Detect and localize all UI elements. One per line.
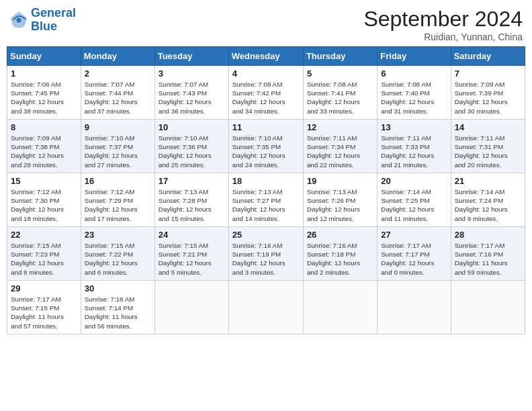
calendar-day-28: 28Sunrise: 7:17 AMSunset: 7:16 PMDayligh… [451, 227, 525, 281]
day-info: Sunrise: 7:12 AMSunset: 7:29 PMDaylight:… [85, 187, 151, 223]
day-number: 8 [11, 122, 77, 132]
calendar-day-4: 4Sunrise: 7:08 AMSunset: 7:42 PMDaylight… [228, 66, 303, 120]
day-number: 23 [85, 230, 151, 240]
day-number: 4 [232, 68, 300, 79]
day-info: Sunrise: 7:09 AMSunset: 7:38 PMDaylight:… [11, 134, 77, 169]
title-block: September 2024 Ruidian, Yunnan, China [363, 7, 523, 42]
day-info: Sunrise: 7:17 AMSunset: 7:16 PMDaylight:… [455, 241, 521, 277]
day-info: Sunrise: 7:11 AMSunset: 7:31 PMDaylight:… [455, 134, 521, 169]
day-info: Sunrise: 7:06 AMSunset: 7:45 PMDaylight:… [11, 80, 77, 116]
logo-line1: General [31, 6, 76, 19]
calendar-empty-cell [378, 281, 451, 334]
day-number: 11 [232, 122, 300, 132]
day-number: 16 [85, 176, 151, 186]
calendar-day-11: 11Sunrise: 7:10 AMSunset: 7:35 PMDayligh… [228, 120, 303, 173]
day-info: Sunrise: 7:08 AMSunset: 7:41 PMDaylight:… [307, 80, 373, 116]
day-number: 22 [11, 230, 77, 240]
calendar-week-3: 15Sunrise: 7:12 AMSunset: 7:30 PMDayligh… [7, 173, 525, 227]
day-number: 29 [11, 283, 77, 293]
calendar-day-19: 19Sunrise: 7:13 AMSunset: 7:26 PMDayligh… [303, 173, 377, 227]
day-number: 21 [455, 176, 521, 186]
day-number: 12 [307, 122, 373, 132]
calendar-day-30: 30Sunrise: 7:18 AMSunset: 7:14 PMDayligh… [81, 281, 154, 334]
day-number: 3 [159, 68, 225, 79]
day-info: Sunrise: 7:16 AMSunset: 7:19 PMDaylight:… [232, 241, 300, 277]
day-number: 6 [381, 68, 447, 79]
weekday-header-row: SundayMondayTuesdayWednesdayThursdayFrid… [7, 47, 525, 66]
weekday-header-wednesday: Wednesday [228, 47, 303, 66]
page-header: General Blue September 2024 Ruidian, Yun… [7, 7, 525, 42]
day-number: 9 [85, 122, 151, 132]
day-number: 18 [232, 176, 300, 186]
day-number: 7 [455, 68, 521, 79]
day-number: 26 [307, 230, 373, 240]
day-info: Sunrise: 7:10 AMSunset: 7:35 PMDaylight:… [232, 134, 300, 169]
day-info: Sunrise: 7:17 AMSunset: 7:15 PMDaylight:… [11, 295, 77, 330]
calendar-day-22: 22Sunrise: 7:15 AMSunset: 7:23 PMDayligh… [7, 227, 81, 281]
day-number: 30 [85, 283, 151, 293]
day-info: Sunrise: 7:11 AMSunset: 7:33 PMDaylight:… [381, 134, 447, 169]
day-info: Sunrise: 7:15 AMSunset: 7:23 PMDaylight:… [11, 241, 77, 277]
calendar-day-17: 17Sunrise: 7:13 AMSunset: 7:28 PMDayligh… [154, 173, 228, 227]
day-number: 1 [11, 68, 77, 79]
calendar-day-29: 29Sunrise: 7:17 AMSunset: 7:15 PMDayligh… [7, 281, 81, 334]
calendar-day-18: 18Sunrise: 7:13 AMSunset: 7:27 PMDayligh… [228, 173, 303, 227]
day-info: Sunrise: 7:14 AMSunset: 7:24 PMDaylight:… [455, 187, 521, 223]
calendar-day-9: 9Sunrise: 7:10 AMSunset: 7:37 PMDaylight… [81, 120, 154, 173]
day-info: Sunrise: 7:13 AMSunset: 7:27 PMDaylight:… [232, 187, 300, 223]
calendar-day-26: 26Sunrise: 7:16 AMSunset: 7:18 PMDayligh… [303, 227, 377, 281]
day-info: Sunrise: 7:13 AMSunset: 7:26 PMDaylight:… [307, 187, 373, 223]
calendar-week-2: 8Sunrise: 7:09 AMSunset: 7:38 PMDaylight… [7, 120, 525, 173]
calendar-day-10: 10Sunrise: 7:10 AMSunset: 7:36 PMDayligh… [154, 120, 228, 173]
day-number: 14 [455, 122, 521, 132]
logo-icon [9, 11, 28, 30]
day-number: 24 [159, 230, 225, 240]
day-number: 15 [11, 176, 77, 186]
day-info: Sunrise: 7:08 AMSunset: 7:40 PMDaylight:… [381, 80, 447, 116]
weekday-header-sunday: Sunday [7, 47, 81, 66]
day-info: Sunrise: 7:15 AMSunset: 7:22 PMDaylight:… [85, 241, 151, 277]
weekday-header-tuesday: Tuesday [154, 47, 228, 66]
logo-text: General Blue [31, 7, 76, 34]
day-info: Sunrise: 7:16 AMSunset: 7:18 PMDaylight:… [307, 241, 373, 277]
calendar-empty-cell [228, 281, 303, 334]
calendar-table: SundayMondayTuesdayWednesdayThursdayFrid… [7, 46, 525, 334]
day-info: Sunrise: 7:10 AMSunset: 7:36 PMDaylight:… [159, 134, 225, 169]
weekday-header-friday: Friday [378, 47, 451, 66]
month-title: September 2024 [363, 7, 523, 32]
calendar-day-20: 20Sunrise: 7:14 AMSunset: 7:25 PMDayligh… [378, 173, 451, 227]
weekday-header-saturday: Saturday [451, 47, 525, 66]
calendar-day-6: 6Sunrise: 7:08 AMSunset: 7:40 PMDaylight… [378, 66, 451, 120]
calendar-day-3: 3Sunrise: 7:07 AMSunset: 7:43 PMDaylight… [154, 66, 228, 120]
day-number: 13 [381, 122, 447, 132]
calendar-day-13: 13Sunrise: 7:11 AMSunset: 7:33 PMDayligh… [378, 120, 451, 173]
calendar-empty-cell [303, 281, 377, 334]
calendar-empty-cell [154, 281, 228, 334]
day-info: Sunrise: 7:15 AMSunset: 7:21 PMDaylight:… [159, 241, 225, 277]
day-number: 10 [159, 122, 225, 132]
day-info: Sunrise: 7:09 AMSunset: 7:39 PMDaylight:… [455, 80, 521, 116]
day-number: 27 [381, 230, 447, 240]
calendar-day-23: 23Sunrise: 7:15 AMSunset: 7:22 PMDayligh… [81, 227, 154, 281]
day-number: 2 [85, 68, 151, 79]
day-info: Sunrise: 7:11 AMSunset: 7:34 PMDaylight:… [307, 134, 373, 169]
logo-line2: Blue [31, 19, 57, 33]
calendar-day-25: 25Sunrise: 7:16 AMSunset: 7:19 PMDayligh… [228, 227, 303, 281]
calendar-day-12: 12Sunrise: 7:11 AMSunset: 7:34 PMDayligh… [303, 120, 377, 173]
weekday-header-monday: Monday [81, 47, 154, 66]
location: Ruidian, Yunnan, China [363, 32, 523, 42]
calendar-day-21: 21Sunrise: 7:14 AMSunset: 7:24 PMDayligh… [451, 173, 525, 227]
calendar-week-1: 1Sunrise: 7:06 AMSunset: 7:45 PMDaylight… [7, 66, 525, 120]
day-info: Sunrise: 7:12 AMSunset: 7:30 PMDaylight:… [11, 187, 77, 223]
day-info: Sunrise: 7:10 AMSunset: 7:37 PMDaylight:… [85, 134, 151, 169]
calendar-day-15: 15Sunrise: 7:12 AMSunset: 7:30 PMDayligh… [7, 173, 81, 227]
calendar-day-5: 5Sunrise: 7:08 AMSunset: 7:41 PMDaylight… [303, 66, 377, 120]
calendar-day-7: 7Sunrise: 7:09 AMSunset: 7:39 PMDaylight… [451, 66, 525, 120]
calendar-day-27: 27Sunrise: 7:17 AMSunset: 7:17 PMDayligh… [378, 227, 451, 281]
day-number: 19 [307, 176, 373, 186]
svg-point-3 [17, 17, 21, 22]
calendar-day-14: 14Sunrise: 7:11 AMSunset: 7:31 PMDayligh… [451, 120, 525, 173]
weekday-header-thursday: Thursday [303, 47, 377, 66]
day-info: Sunrise: 7:14 AMSunset: 7:25 PMDaylight:… [381, 187, 447, 223]
calendar-day-16: 16Sunrise: 7:12 AMSunset: 7:29 PMDayligh… [81, 173, 154, 227]
